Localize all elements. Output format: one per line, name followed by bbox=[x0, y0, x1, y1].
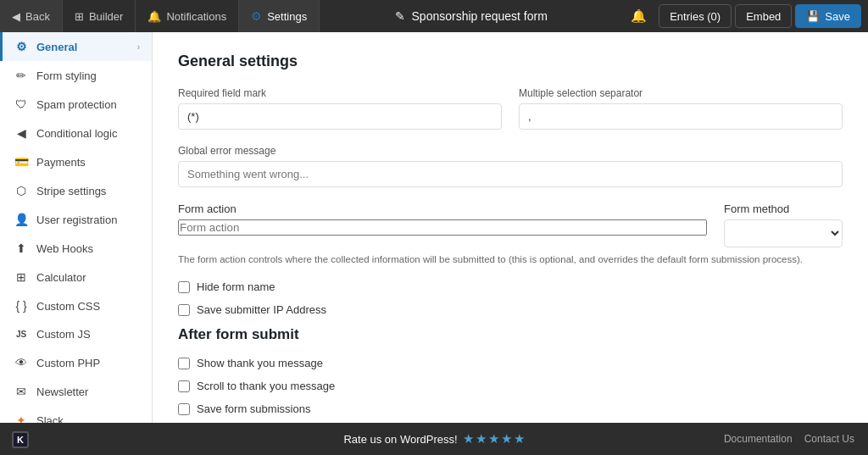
star-3: ★ bbox=[488, 431, 499, 447]
sidebar-label-form-styling: Form styling bbox=[36, 69, 97, 82]
topbar-center: ✎ Sponsorship request form bbox=[320, 9, 622, 23]
entries-button[interactable]: Entries (0) bbox=[659, 4, 732, 28]
settings-label: Settings bbox=[267, 10, 307, 23]
required-field-mark-label: Required field mark bbox=[178, 87, 502, 99]
save-button[interactable]: 💾 Save bbox=[795, 4, 861, 28]
show-thank-you-row: Show thank you message bbox=[178, 357, 843, 369]
show-thank-you-checkbox[interactable] bbox=[178, 358, 190, 369]
star-5: ★ bbox=[514, 431, 525, 447]
alert-icon[interactable]: 🔔 bbox=[622, 8, 655, 24]
sidebar-item-custom-php[interactable]: 👁 Custom PHP bbox=[0, 348, 152, 377]
star-rating[interactable]: ★ ★ ★ ★ ★ bbox=[463, 431, 525, 447]
global-error-message-input[interactable] bbox=[178, 161, 843, 187]
hide-form-name-checkbox[interactable] bbox=[178, 281, 190, 293]
multiple-selection-separator-group: Multiple selection separator bbox=[519, 87, 843, 130]
sidebar-item-calculator[interactable]: ⊞ Calculator bbox=[0, 263, 152, 291]
notifications-button[interactable]: 🔔 Notifications bbox=[136, 0, 239, 32]
sidebar-item-slack[interactable]: ✦ Slack bbox=[0, 406, 152, 423]
sidebar-label-calculator: Calculator bbox=[36, 271, 86, 284]
bottombar-text: Rate us on WordPress! ★ ★ ★ ★ ★ bbox=[343, 431, 524, 447]
payments-icon: 💳 bbox=[14, 155, 28, 169]
sidebar-label-custom-php: Custom PHP bbox=[36, 357, 100, 369]
custom-css-icon: { } bbox=[14, 299, 28, 313]
bottombar: K Rate us on WordPress! ★ ★ ★ ★ ★ Docume… bbox=[0, 423, 868, 455]
star-2: ★ bbox=[476, 431, 487, 447]
documentation-link[interactable]: Documentation bbox=[724, 433, 793, 445]
custom-php-icon: 👁 bbox=[14, 356, 28, 369]
edit-icon: ✎ bbox=[395, 9, 405, 23]
sidebar-label-slack: Slack bbox=[36, 414, 64, 424]
back-button[interactable]: ◀ Back bbox=[0, 0, 63, 32]
main-layout: ⚙ General › ✏ Form styling 🛡 Spam protec… bbox=[0, 32, 868, 423]
form-styling-icon: ✏ bbox=[14, 69, 28, 82]
sidebar-item-general[interactable]: ⚙ General › bbox=[0, 32, 152, 61]
spam-protection-icon: 🛡 bbox=[14, 97, 28, 111]
sidebar-item-newsletter[interactable]: ✉ Newsletter bbox=[0, 377, 152, 406]
embed-button[interactable]: Embed bbox=[735, 4, 792, 28]
form-action-hint: The form action controls where the colle… bbox=[178, 252, 843, 267]
user-registration-icon: 👤 bbox=[14, 213, 28, 226]
sidebar-item-conditional-logic[interactable]: ◀ Conditional logic bbox=[0, 119, 152, 147]
form-action-input[interactable] bbox=[178, 219, 707, 236]
keap-logo: K bbox=[12, 431, 29, 448]
conditional-logic-icon: ◀ bbox=[14, 126, 28, 140]
global-error-message-label: Global error message bbox=[178, 145, 843, 157]
sidebar-item-spam-protection[interactable]: 🛡 Spam protection bbox=[0, 90, 152, 119]
scroll-thank-you-row: Scroll to thank you message bbox=[178, 380, 843, 392]
topbar: ◀ Back ⊞ Builder 🔔 Notifications ⚙ Setti… bbox=[0, 0, 868, 32]
form-row-1: Required field mark Multiple selection s… bbox=[178, 87, 843, 130]
global-error-message-group: Global error message bbox=[178, 145, 843, 187]
custom-js-icon: JS bbox=[14, 330, 28, 339]
general-icon: ⚙ bbox=[14, 40, 28, 53]
form-action-label: Form action bbox=[178, 203, 707, 215]
calculator-icon: ⊞ bbox=[14, 270, 28, 284]
form-action-group: Form action bbox=[178, 203, 707, 247]
sidebar: ⚙ General › ✏ Form styling 🛡 Spam protec… bbox=[0, 32, 153, 423]
required-field-mark-input[interactable] bbox=[178, 103, 502, 130]
contact-link[interactable]: Contact Us bbox=[804, 433, 854, 445]
sidebar-item-payments[interactable]: 💳 Payments bbox=[0, 147, 152, 176]
sidebar-label-spam-protection: Spam protection bbox=[36, 98, 117, 111]
sidebar-item-user-registration[interactable]: 👤 User registration bbox=[0, 205, 152, 234]
sidebar-label-conditional-logic: Conditional logic bbox=[36, 127, 117, 140]
save-submitter-ip-checkbox[interactable] bbox=[178, 304, 190, 316]
settings-button[interactable]: ⚙ Settings bbox=[239, 0, 320, 32]
multiple-selection-separator-label: Multiple selection separator bbox=[519, 87, 843, 99]
multiple-selection-separator-input[interactable] bbox=[519, 103, 843, 130]
sidebar-item-stripe-settings[interactable]: ⬡ Stripe settings bbox=[0, 176, 152, 205]
form-action-row: Form action Form method GET POST bbox=[178, 203, 843, 247]
save-form-submissions-checkbox[interactable] bbox=[178, 403, 190, 415]
topbar-right: 🔔 Entries (0) Embed 💾 Save bbox=[622, 4, 868, 28]
rate-text: Rate us on WordPress! bbox=[343, 433, 457, 446]
scroll-thank-you-checkbox[interactable] bbox=[178, 380, 190, 392]
newsletter-icon: ✉ bbox=[14, 385, 28, 398]
chevron-right-icon: › bbox=[137, 42, 140, 52]
sidebar-label-newsletter: Newsletter bbox=[36, 386, 88, 398]
builder-button[interactable]: ⊞ Builder bbox=[63, 0, 136, 32]
sidebar-item-custom-js[interactable]: JS Custom JS bbox=[0, 320, 152, 348]
sidebar-label-user-registration: User registration bbox=[36, 214, 117, 226]
form-method-select[interactable]: GET POST bbox=[724, 219, 843, 247]
bell-icon: 🔔 bbox=[147, 10, 161, 23]
general-settings-title: General settings bbox=[178, 53, 843, 70]
sidebar-label-payments: Payments bbox=[36, 156, 86, 169]
sidebar-item-web-hooks[interactable]: ⬆ Web Hooks bbox=[0, 234, 152, 263]
required-field-mark-group: Required field mark bbox=[178, 87, 502, 130]
sidebar-item-form-styling[interactable]: ✏ Form styling bbox=[0, 61, 152, 90]
after-form-submit-title: After form submit bbox=[178, 326, 843, 343]
builder-icon: ⊞ bbox=[75, 10, 84, 23]
form-method-group: Form method GET POST bbox=[724, 203, 843, 247]
save-submitter-ip-label: Save submitter IP Address bbox=[197, 303, 326, 316]
show-thank-you-label: Show thank you message bbox=[197, 357, 323, 369]
save-label: Save bbox=[825, 10, 850, 23]
bottombar-links: Documentation Contact Us bbox=[724, 433, 854, 445]
sidebar-label-general: General bbox=[36, 41, 77, 53]
topbar-left: ◀ Back ⊞ Builder 🔔 Notifications ⚙ Setti… bbox=[0, 0, 320, 32]
save-icon: 💾 bbox=[806, 10, 820, 23]
content-area: General settings Required field mark Mul… bbox=[153, 32, 868, 423]
sidebar-item-custom-css[interactable]: { } Custom CSS bbox=[0, 291, 152, 320]
sidebar-label-custom-js: Custom JS bbox=[36, 328, 91, 341]
stripe-settings-icon: ⬡ bbox=[14, 184, 28, 197]
back-icon: ◀ bbox=[12, 10, 20, 23]
save-submitter-ip-row: Save submitter IP Address bbox=[178, 303, 843, 316]
